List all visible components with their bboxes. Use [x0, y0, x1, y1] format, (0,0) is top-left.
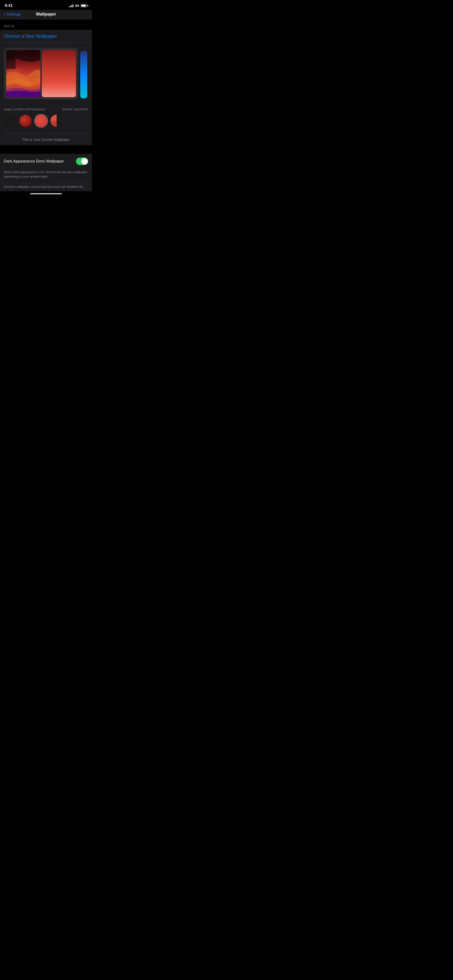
wallpaper-previews-container: [4, 48, 88, 100]
signal-bar-1: [69, 6, 70, 7]
description-text-content: When Dark Appearance is On, iPhone will …: [4, 170, 87, 178]
home-indicator: [0, 191, 92, 196]
svg-rect-2: [42, 50, 76, 97]
lock-screen-wallpaper-thumb[interactable]: [6, 50, 40, 97]
page-title: Wallpaper: [36, 12, 56, 17]
lock-screen-wallpaper-svg: [6, 50, 40, 97]
wallpaper-preview-section: [0, 43, 92, 104]
signal-bar-4: [73, 4, 73, 7]
choose-wallpaper-link[interactable]: Choose a New Wallpaper: [4, 33, 57, 39]
back-button[interactable]: ‹ Settings: [4, 12, 21, 17]
status-time: 9:41: [5, 3, 13, 8]
chevron-left-icon: ‹: [4, 12, 5, 16]
status-bar: 9:41 4G: [0, 0, 92, 10]
smart-gradient-label: SMART GRADIENT: [62, 108, 88, 111]
battery-body: [81, 4, 87, 7]
appearance-section: HOME SCREEN APPEARANCE SMART GRADIENT: [0, 104, 92, 134]
choose-wallpaper-section: Choose a New Wallpaper: [0, 30, 92, 43]
signal-bars-icon: [69, 4, 73, 7]
bottom-note-text: Dynamic wallpaper and perspective zoom a…: [4, 185, 85, 188]
color-option-black[interactable]: [4, 115, 16, 127]
toggle-knob: [81, 158, 88, 165]
home-bar: [30, 193, 62, 194]
wallpaper-pair-current[interactable]: [4, 48, 78, 100]
dark-appearance-label: Dark Appearance Dims Wallpaper: [4, 159, 76, 164]
color-options: [4, 115, 88, 127]
current-wallpaper-text: This is Your Current Wallpaper: [0, 134, 92, 145]
signal-bar-2: [70, 6, 71, 7]
battery-fill: [81, 5, 86, 6]
wallpaper-preview-partial: [80, 51, 87, 99]
dark-appearance-description: When Dark Appearance is On, iPhone will …: [0, 169, 92, 184]
home-screen-appearance-label: HOME SCREEN APPEARANCE: [4, 108, 46, 111]
back-label: Settings: [6, 12, 21, 17]
color-option-red[interactable]: [19, 115, 32, 127]
color-option-mixed[interactable]: [51, 115, 63, 127]
navigation-bar: ‹ Settings Wallpaper: [0, 10, 92, 19]
signal-bar-3: [72, 5, 72, 7]
current-wallpaper-label: This is Your Current Wallpaper: [22, 137, 70, 142]
section-label-ios13: IOS 13: [0, 19, 92, 30]
section-gap: [0, 145, 92, 154]
status-icons: 4G: [69, 4, 87, 8]
dark-appearance-toggle[interactable]: [76, 158, 88, 165]
color-option-red-selected[interactable]: [35, 115, 47, 127]
home-screen-wallpaper-svg: [42, 50, 76, 97]
section-label-text: IOS 13: [4, 24, 14, 28]
bottom-note: Dynamic wallpaper and perspective zoom a…: [0, 184, 92, 191]
battery-icon: [81, 4, 87, 7]
blue-wallpaper-preview: [80, 51, 87, 99]
dark-appearance-row: Dark Appearance Dims Wallpaper: [0, 154, 92, 169]
network-type: 4G: [75, 4, 79, 8]
appearance-header: HOME SCREEN APPEARANCE SMART GRADIENT: [4, 108, 88, 111]
home-screen-wallpaper-thumb[interactable]: [42, 50, 76, 97]
